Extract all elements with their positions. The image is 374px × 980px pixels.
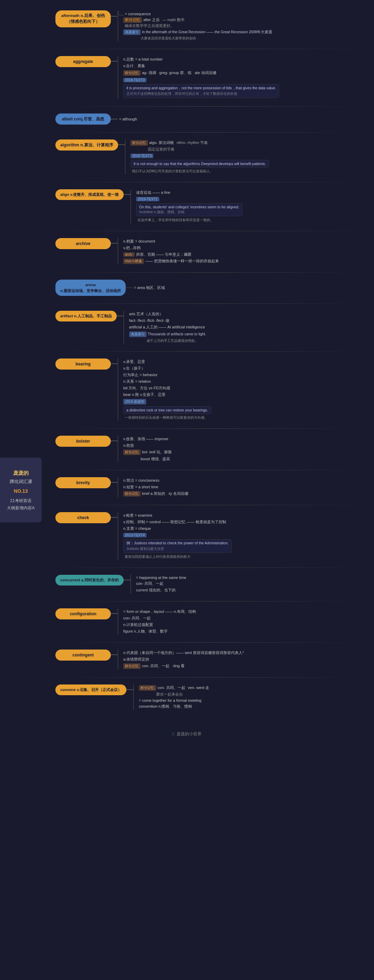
align-year: 2019-TEXT2 bbox=[136, 197, 159, 201]
entry-aggregate: aggregate n.总数 = a total number v.合计、累集 … bbox=[55, 56, 364, 99]
artifact-shili: 真题索引 bbox=[129, 331, 147, 337]
node-archive: archive bbox=[55, 238, 111, 249]
align-example-box: On this, students' and colleges' incenti… bbox=[136, 203, 242, 216]
archive-hive: hive n.蜂巢 bbox=[123, 258, 144, 264]
archive-def2: v.把...存档 bbox=[123, 245, 219, 251]
artifact-en: Thousands of artifacts came to light. bbox=[148, 332, 206, 336]
check-def3: n.支票 = cheque bbox=[123, 526, 232, 531]
sidebar-line2: 蹲坑词汇课 bbox=[5, 477, 36, 485]
aggregate-year: 2018-TEXT3 bbox=[123, 78, 147, 82]
algorithm-meaning: 固定运算的节奏 bbox=[148, 147, 269, 152]
bearing-en: a distinctive rock or tree can restore y… bbox=[126, 408, 208, 412]
entry-algorithm: algorithm n.算法、计算程序 析分记忆 algo- 算法词根 rith… bbox=[55, 140, 364, 174]
node-concurrent: concurrent a.同时发生的、并存的 bbox=[55, 575, 124, 585]
entry-configuration: configuration = form or shape，layout —— … bbox=[55, 608, 364, 635]
check-def2: v.控制、抑制 = control —— 联想记忆 —— 检查就是为了控制 bbox=[123, 519, 232, 525]
check-example-box: 例：Justices intended to check the power o… bbox=[123, 539, 232, 553]
check-cn: 最初法院想要遏止上对行政美国政府的权力 bbox=[125, 554, 232, 559]
contingent-con: con- 共同、一起 bbox=[142, 663, 169, 668]
bearing-example-box: a distinctive rock or tree can restore y… bbox=[123, 406, 211, 414]
aftermath-example-en: in the aftermath of the Great Recession … bbox=[142, 30, 272, 35]
algorithm-cn: 我们不认为DM公司开发的计算机算法可以造福病人。 bbox=[132, 169, 269, 174]
sidebar-line1: 庞庞的 bbox=[5, 468, 36, 477]
entry-aftermath: aftermath n.后果、创伤（情感色彩向下） = consequence … bbox=[55, 10, 364, 41]
brevity-brief: brief a.简短的 bbox=[142, 491, 165, 496]
algorithm-algo: algo- 算法词根 bbox=[149, 140, 174, 145]
concurrent-con: con- 共同、一起 bbox=[136, 581, 186, 586]
aggregate-def2: v.合计、累集 bbox=[123, 63, 279, 68]
check-year: 2013-TEXT4 bbox=[123, 533, 147, 538]
node-convene: convene v.召集、召开（正式会议） bbox=[55, 684, 126, 695]
concurrent-def1: = happening at the same time bbox=[136, 576, 186, 580]
sidebar-line3: NO.13 bbox=[5, 487, 36, 496]
node-configuration: configuration bbox=[55, 608, 111, 619]
align-en: On this, students' and colleges' incenti… bbox=[139, 205, 239, 209]
bearing-year: 2014-新题型 bbox=[123, 399, 146, 404]
algorithm-en: It is not enough to say that the algorit… bbox=[134, 162, 266, 166]
mindmap-container: aftermath n.后果、创伤（情感色彩向下） = consequence … bbox=[0, 7, 374, 721]
footer-text: 庞庞的小世界 bbox=[177, 732, 201, 737]
artifact-ai: artificial a.人工的 —— AI artificial intell… bbox=[129, 325, 206, 330]
brevity-def2: n.短暂 = a short time bbox=[123, 484, 189, 490]
aftermath-note: 确保在数学学之后感觉更好。 bbox=[125, 24, 272, 29]
node-artifact: artifact n.人工制品、手工制品 bbox=[55, 311, 117, 321]
artifact-cn: 成千上万的手工艺品展现光明处。 bbox=[147, 339, 206, 343]
config-con: con- 共同、一起 bbox=[123, 616, 196, 621]
node-check: check bbox=[55, 512, 111, 523]
check-justices: Justices 最初法庭大法官 bbox=[126, 546, 229, 551]
entry-artifact: artifact n.人工制品、手工制品 arts 艺术（人造的） fact- … bbox=[55, 311, 364, 344]
aggregate-def1: n.总数 = a total number bbox=[123, 57, 279, 62]
convene-meaning: 聚在一起来会合 bbox=[156, 692, 209, 697]
entry-albeit: albeit conj.尽管、虽然 = although bbox=[55, 113, 364, 124]
align-incentive: incentive n.激励、诱因、目标 bbox=[139, 210, 239, 215]
brevity-ty: -ty 名词后缀 bbox=[168, 491, 189, 496]
algorithm-example-box: It is not enough to say that the algorit… bbox=[131, 160, 269, 167]
aftermath-after: after 之后 bbox=[143, 17, 160, 22]
entry-contingent: contingent n.代表团（来自同一个地方的）—— sent 形容词后缀形… bbox=[55, 649, 364, 670]
entry-brevity: brevity n.简洁 = conciseness n.短暂 = a shor… bbox=[55, 477, 364, 497]
entry-bearing: bearing v.承受、忍受 v.生（孩子） 行为举止 = behavior … bbox=[55, 358, 364, 421]
node-aggregate: aggregate bbox=[55, 56, 111, 67]
check-en: 例：Justices intended to check the power o… bbox=[126, 541, 229, 546]
entry-check: check v.检查 = examine v.控制、抑制 = control —… bbox=[55, 512, 364, 560]
convene-convention: convention n.惯例、习俗、惯例 bbox=[139, 704, 209, 709]
entry-convene: convene v.召集、召开（正式会议） 析分记忆 con- 共同、一起 ve… bbox=[55, 684, 364, 710]
contingent-def2: a.依情势而定的 bbox=[123, 657, 244, 662]
algorithm-rithm: rithm- rhythm 节奏 bbox=[177, 140, 208, 145]
align-def: 读音近似 —— a line bbox=[136, 190, 170, 195]
sidebar-line4: 21考研英语 bbox=[5, 497, 36, 504]
sidebar-label: 庞庞的 蹲坑词汇课 NO.13 21考研英语 大纲新增内容A bbox=[0, 458, 42, 523]
bolster-def2: n.枕垫 bbox=[123, 443, 172, 448]
entry-archive: archive n.档案 = document v.把...存档 arch- 拱… bbox=[55, 238, 364, 265]
node-albeit: albeit conj.尽管、虽然 bbox=[55, 113, 111, 124]
wechat-icon:  bbox=[173, 732, 174, 737]
arena-def: = area 地区、区域 bbox=[134, 285, 165, 290]
brevity-def1: n.简洁 = conciseness bbox=[123, 478, 189, 483]
config-computer: n.计算机过值配置 bbox=[123, 622, 196, 627]
entry-concurrent: concurrent a.同时发生的、并存的 = happening at th… bbox=[55, 575, 364, 593]
aggregate-fenjie: 析分记忆 bbox=[123, 70, 141, 76]
albeit-def: = although bbox=[119, 117, 137, 121]
contingent-fenjie: 析分记忆 bbox=[123, 663, 141, 669]
aggregate-parts: ag- 强调 greg- group 群、组 ate 动词后缀 bbox=[142, 70, 216, 75]
concurrent-current: current 现在的、当下的 bbox=[136, 588, 186, 593]
aggregate-cn1: 正式句子这些网络信息的处理，而非对它的占有，才给了数据存在的价值 bbox=[126, 91, 276, 96]
archive-hive-meaning: —— 把货物快条缝一样一排一排的存放起来 bbox=[145, 258, 219, 264]
bearing-def1: v.承受、忍受 bbox=[123, 359, 211, 364]
bearing-def2: v.生（孩子） bbox=[123, 366, 211, 371]
archive-arch-meaning: 拱形、宫殿 —— 引申意义：藏匿 bbox=[136, 252, 192, 257]
archive-def1: n.档案 = document bbox=[123, 239, 219, 244]
archive-fenjie: arch- bbox=[123, 252, 135, 257]
bearing-cn: 一块很特别的石头或者一棵树就可以恢复你的方向感。 bbox=[125, 415, 211, 420]
bolster-bol: bol- boll 玩、膨胀 bbox=[142, 450, 172, 455]
bolster-fenjie: 析分记忆 bbox=[123, 450, 141, 455]
bearing-def6: bear n.熊 v.生孩子、忍受 bbox=[123, 392, 211, 397]
check-def1: v.检查 = examine bbox=[123, 513, 232, 518]
node-arena: arenan.圆形运动场、竞争舞台、活动场所 bbox=[55, 280, 126, 296]
page-container: 庞庞的 蹲坑词汇课 NO.13 21考研英语 大纲新增内容A aftermath… bbox=[0, 0, 374, 751]
aftermath-def1: = consequence bbox=[125, 12, 151, 16]
entry-align: align v.使整齐、排成直线、使一致 读音近似 —— a line 2019… bbox=[55, 189, 364, 223]
bolster-boost: boost 增强、提高 bbox=[141, 457, 172, 461]
align-cn: 在这件事上，学生和学校的目标和宗旨是一致的。 bbox=[137, 218, 242, 223]
config-def1: = form or shape，layout —— n.布局、结构 bbox=[123, 609, 196, 614]
